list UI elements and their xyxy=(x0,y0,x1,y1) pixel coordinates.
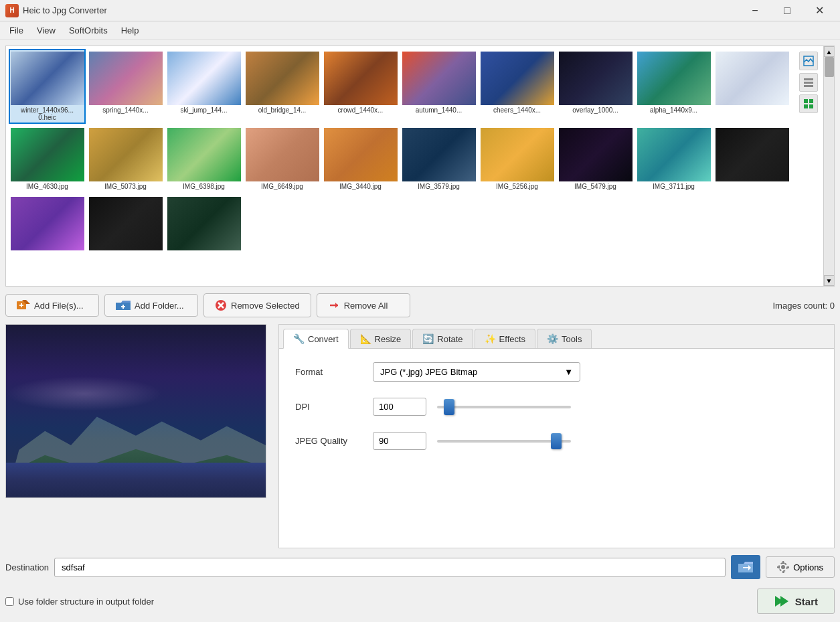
start-button[interactable]: Start xyxy=(757,589,835,614)
destination-input[interactable] xyxy=(54,558,726,577)
tab-tools[interactable]: ⚙️ Tools xyxy=(537,329,592,348)
bottom-bar: Use folder structure in output folder St… xyxy=(5,586,835,617)
gallery-item[interactable]: IMG_3440.jpg xyxy=(322,125,399,193)
gallery-item[interactable]: IMG_5073.jpg xyxy=(87,125,164,193)
tabs-bar: 🔧 Convert 📐 Resize 🔄 Rotate ✨ Effects ⚙️ xyxy=(279,325,834,349)
tab-convert[interactable]: 🔧 Convert xyxy=(283,329,349,349)
format-dropdown[interactable]: JPG (*.jpg) JPEG Bitmap ▼ xyxy=(373,362,580,382)
gear-options-icon xyxy=(777,561,789,573)
list-view-button[interactable] xyxy=(799,73,818,92)
close-button[interactable]: ✕ xyxy=(804,0,835,21)
gallery-item[interactable]: overlay_1000... xyxy=(557,49,634,124)
menu-softorbits[interactable]: SoftOrbits xyxy=(62,23,114,38)
view-mode-buttons xyxy=(799,52,818,113)
options-button[interactable]: Options xyxy=(766,556,835,578)
gallery-item[interactable] xyxy=(87,194,164,254)
jpeg-quality-slider[interactable] xyxy=(437,435,571,448)
maximize-button[interactable]: □ xyxy=(772,0,803,21)
remove-all-button[interactable]: Remove All xyxy=(317,293,410,317)
rotate-tab-icon: 🔄 xyxy=(422,333,434,344)
svg-point-21 xyxy=(781,565,785,569)
gallery-item[interactable]: winter_1440x96...0.heic xyxy=(9,49,86,124)
folder-structure-checkbox-row: Use folder structure in output folder xyxy=(5,597,154,607)
gallery-item[interactable] xyxy=(165,194,242,254)
window-controls: − □ ✕ xyxy=(740,0,835,21)
image-view-button[interactable] xyxy=(799,52,818,70)
app-icon: H xyxy=(5,4,19,17)
dpi-label: DPI xyxy=(295,402,362,412)
dpi-input[interactable] xyxy=(373,398,426,416)
gallery-item[interactable]: old_bridge_14... xyxy=(244,49,321,124)
remove-selected-icon xyxy=(215,299,227,311)
gallery-item[interactable]: autumn_1440... xyxy=(400,49,477,124)
dpi-slider-track xyxy=(437,406,571,408)
menu-bar: File View SoftOrbits Help xyxy=(0,21,840,40)
gallery-item[interactable]: IMG_3711.jpg xyxy=(635,125,712,193)
convert-tab-icon: 🔧 xyxy=(293,333,305,344)
dpi-row: DPI xyxy=(295,398,818,416)
menu-file[interactable]: File xyxy=(3,23,30,38)
scroll-track xyxy=(824,57,835,275)
gallery-item[interactable]: IMG_3579.jpg xyxy=(400,125,477,193)
jpeg-quality-input[interactable] xyxy=(373,432,426,450)
gallery-item[interactable]: IMG_6649.jpg xyxy=(244,125,321,193)
jpeg-quality-slider-thumb[interactable] xyxy=(551,433,562,449)
fog-layer xyxy=(6,376,162,411)
gallery-item[interactable] xyxy=(713,49,790,124)
bottom-area: 🔧 Convert 📐 Resize 🔄 Rotate ✨ Effects ⚙️ xyxy=(5,324,835,548)
tools-tab-icon: ⚙️ xyxy=(547,333,558,344)
menu-help[interactable]: Help xyxy=(114,23,146,38)
gallery-item[interactable] xyxy=(9,194,86,254)
dpi-slider[interactable] xyxy=(437,400,571,414)
gallery-item[interactable]: cheers_1440x... xyxy=(479,49,556,124)
gallery-item[interactable]: IMG_4630.jpg xyxy=(9,125,86,193)
minimize-button[interactable]: − xyxy=(740,0,770,21)
jpeg-quality-row: JPEG Quality xyxy=(295,432,818,450)
jpeg-quality-slider-track xyxy=(437,440,571,443)
gallery-item[interactable]: spring_1440x... xyxy=(87,49,164,124)
toolbar: Add File(s)... Add Folder... Remove Sele… xyxy=(5,291,835,320)
tab-rotate[interactable]: 🔄 Rotate xyxy=(412,329,473,348)
settings-content: Format JPG (*.jpg) JPEG Bitmap ▼ DPI xyxy=(279,349,834,463)
svg-rect-7 xyxy=(809,104,813,108)
app-title: Heic to Jpg Converter xyxy=(23,5,740,15)
gallery-item[interactable]: ski_jump_144... xyxy=(165,49,242,124)
svg-rect-2 xyxy=(804,82,813,84)
scroll-down-button[interactable]: ▼ xyxy=(824,275,835,286)
images-count: Images count: 0 xyxy=(773,301,835,311)
tab-resize[interactable]: 📐 Resize xyxy=(350,329,412,348)
format-label: Format xyxy=(295,367,362,377)
destination-label: Destination xyxy=(5,562,49,572)
svg-rect-6 xyxy=(804,104,808,108)
resize-tab-icon: 📐 xyxy=(360,333,371,344)
dpi-slider-thumb[interactable] xyxy=(444,399,454,415)
add-files-icon xyxy=(17,300,30,311)
tab-effects[interactable]: ✨ Effects xyxy=(475,329,536,348)
add-folder-button[interactable]: Add Folder... xyxy=(104,294,198,317)
preview-image xyxy=(5,324,266,498)
gallery-item[interactable]: IMG_6398.jpg xyxy=(165,125,242,193)
format-row: Format JPG (*.jpg) JPEG Bitmap ▼ xyxy=(295,362,818,382)
add-folder-icon xyxy=(116,300,131,311)
gallery-grid: winter_1440x96...0.heic spring_1440x... … xyxy=(9,49,821,254)
folder-browse-icon xyxy=(738,561,753,573)
gallery-item[interactable]: IMG_5256.jpg xyxy=(479,125,556,193)
svg-rect-1 xyxy=(804,78,813,80)
folder-structure-checkbox[interactable] xyxy=(5,597,14,606)
gallery-scrollbar: ▲ ▼ xyxy=(823,46,834,286)
scroll-up-button[interactable]: ▲ xyxy=(824,46,835,57)
scroll-thumb[interactable] xyxy=(825,57,834,77)
gallery-item[interactable]: alpha_1440x9... xyxy=(635,49,712,124)
destination-browse-button[interactable] xyxy=(731,555,760,579)
grid-view-button[interactable] xyxy=(799,94,818,113)
gallery-item[interactable]: crowd_1440x... xyxy=(322,49,399,124)
remove-selected-button[interactable]: Remove Selected xyxy=(203,293,311,317)
title-bar: H Heic to Jpg Converter − □ ✕ xyxy=(0,0,840,21)
svg-marker-18 xyxy=(335,303,338,308)
gallery-item[interactable]: IMG_5479.jpg xyxy=(557,125,634,193)
preview-panel xyxy=(5,324,273,548)
menu-view[interactable]: View xyxy=(30,23,62,38)
gallery-item[interactable] xyxy=(713,125,790,193)
snow-layer xyxy=(6,463,266,497)
add-files-button[interactable]: Add File(s)... xyxy=(5,294,99,317)
